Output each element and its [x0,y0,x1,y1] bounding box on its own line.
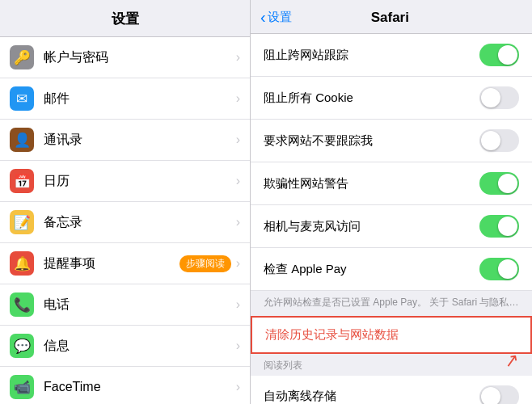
back-button[interactable]: ‹ 设置 [260,8,292,27]
sidebar-item-calendar[interactable]: 📅 日历 › [0,161,250,202]
back-chevron-icon: ‹ [260,8,266,27]
contacts-icon: 👤 [10,128,34,152]
chevron-icon: › [236,380,240,394]
settings-list: 🔑 帐户与密码 › ✉ 邮件 › 👤 通讯录 › 📅 日历 › 📝 备忘录 › … [0,37,250,404]
notes-icon: 📝 [10,210,34,234]
reminder-icon: 🔔 [10,251,34,276]
block-cross-tracking-row[interactable]: 阻止跨网站跟踪 [251,34,532,77]
right-content: 阻止跨网站跟踪 阻止所有 Cookie 要求网站不要跟踪我 欺骗性网站警告 相机… [251,34,532,404]
camera-mic-label: 相机与麦克风访问 [264,219,479,234]
chevron-icon: › [236,297,240,312]
sidebar-item-contacts[interactable]: 👤 通讯录 › [0,120,250,161]
message-label: 信息 [44,338,236,355]
fraud-warning-row[interactable]: 欺骗性网站警告 [251,162,532,205]
mail-label: 邮件 [44,90,236,107]
sidebar-item-reminder[interactable]: 🔔 提醒事项 步骤阅读 › [0,243,250,284]
sidebar-item-phone[interactable]: 📞 电话 › [0,284,250,326]
check-apple-pay-row[interactable]: 检查 Apple Pay [251,248,532,291]
block-all-cookies-toggle[interactable] [479,86,519,109]
check-apple-pay-toggle[interactable] [479,258,519,280]
check-apple-pay-label: 检查 Apple Pay [264,262,479,277]
chevron-icon: › [236,91,240,106]
chevron-icon: › [236,215,240,229]
reading-list-section: 自动离线存储 自动存储来自 iCloud 的 [251,376,532,404]
reminder-label: 提醒事项 [44,255,179,272]
message-icon: 💬 [10,334,34,358]
auto-offline-row[interactable]: 自动离线存储 [251,376,532,404]
sidebar-item-mail[interactable]: ✉ 邮件 › [0,78,250,120]
apple-pay-description: 允许网站检查是否已设置 Apple Pay。 关于 Safari 与隐私… [251,291,532,316]
chevron-icon: › [236,50,240,65]
phone-icon: 📞 [10,292,34,317]
notes-label: 备忘录 [44,214,236,231]
account-label: 帐户与密码 [44,49,236,66]
sidebar-item-facetime[interactable]: 📹 FaceTime › [0,367,250,404]
facetime-label: FaceTime [44,380,236,394]
safari-page-title: Safari [298,10,482,26]
chevron-icon: › [236,133,240,147]
clear-history-container: 清除历史记录与网站数据 ↗ [251,316,532,354]
block-cross-tracking-label: 阻止跨网站跟踪 [264,48,479,63]
calendar-label: 日历 [44,173,236,190]
settings-title: 设置 [0,0,250,37]
block-cross-tracking-toggle[interactable] [479,44,519,66]
camera-mic-toggle[interactable] [479,215,519,238]
chevron-icon: › [236,256,240,271]
chevron-icon: › [236,174,240,188]
reminder-badge: 步骤阅读 [179,255,231,272]
privacy-section: 阻止跨网站跟踪 阻止所有 Cookie 要求网站不要跟踪我 欺骗性网站警告 相机… [251,34,532,291]
account-icon: 🔑 [10,45,34,69]
facetime-icon: 📹 [10,375,34,399]
reading-list-header: 阅读列表 [251,354,532,376]
clear-history-row[interactable]: 清除历史记录与网站数据 [251,316,532,354]
contacts-label: 通讯录 [44,132,236,149]
auto-offline-toggle[interactable] [479,385,519,404]
block-all-cookies-row[interactable]: 阻止所有 Cookie [251,77,532,120]
chevron-icon: › [236,339,240,353]
calendar-icon: 📅 [10,169,34,193]
block-all-cookies-label: 阻止所有 Cookie [264,90,479,106]
auto-offline-label: 自动离线存储 [264,389,479,404]
mail-icon: ✉ [10,86,34,111]
fraud-warning-toggle[interactable] [479,172,519,195]
settings-left-panel: 设置 🔑 帐户与密码 › ✉ 邮件 › 👤 通讯录 › 📅 日历 › 📝 备忘录… [0,0,251,404]
phone-label: 电话 [44,297,236,314]
fraud-warning-label: 欺骗性网站警告 [264,176,479,191]
clear-history-label: 清除历史记录与网站数据 [265,327,517,343]
sidebar-item-notes[interactable]: 📝 备忘录 › [0,202,250,243]
camera-mic-row[interactable]: 相机与麦克风访问 [251,205,532,248]
safari-settings-panel: ‹ 设置 Safari 阻止跨网站跟踪 阻止所有 Cookie 要求网站不要跟踪… [251,0,532,404]
right-header: ‹ 设置 Safari [251,0,532,34]
no-tracking-row[interactable]: 要求网站不要跟踪我 [251,120,532,162]
back-label: 设置 [268,10,292,25]
sidebar-item-message[interactable]: 💬 信息 › [0,326,250,367]
no-tracking-label: 要求网站不要跟踪我 [264,133,479,149]
sidebar-item-account[interactable]: 🔑 帐户与密码 › [0,37,250,78]
no-tracking-toggle[interactable] [479,129,519,152]
